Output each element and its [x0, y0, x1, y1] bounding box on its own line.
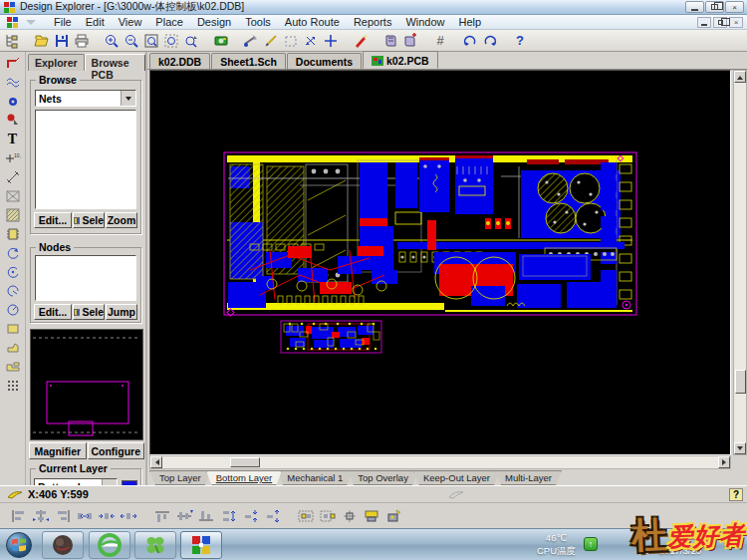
doc-tab-documents[interactable]: Documents [287, 53, 362, 69]
menu-tools[interactable]: Tools [238, 16, 278, 28]
nodes-jump-button[interactable]: Jump [106, 304, 137, 320]
increase-v-spacing-icon[interactable] [261, 507, 283, 525]
zoom-point-icon[interactable] [181, 32, 201, 50]
minimize-button[interactable] [685, 1, 704, 13]
vertical-scrollbar[interactable] [733, 70, 747, 455]
nets-zoom-button[interactable]: Zoom [106, 212, 137, 228]
mdi-minimize-button[interactable] [697, 17, 711, 28]
place-fill-icon[interactable] [4, 320, 22, 337]
undo-icon[interactable] [460, 32, 480, 50]
restore-button[interactable] [705, 1, 724, 13]
add-library-icon[interactable] [400, 32, 420, 50]
menu-window[interactable]: Window [398, 16, 451, 28]
layer-tab-mechanical[interactable]: Mechanical 1 [277, 470, 353, 485]
mdi-restore-button[interactable] [713, 17, 727, 28]
place-circle-icon[interactable] [4, 301, 22, 318]
configure-button[interactable]: Configure [88, 442, 145, 459]
tab-browse-pcb[interactable]: Browse PCB [85, 54, 145, 71]
menu-view[interactable]: View [112, 16, 149, 28]
magnifier-preview[interactable] [30, 329, 143, 440]
move-icon[interactable] [301, 32, 321, 50]
place-pad-icon[interactable] [4, 112, 22, 129]
place-string-icon[interactable]: T [4, 131, 22, 147]
title-bar[interactable]: Design Explorer - [G:\3000w-体控制板\k02.DDB… [0, 0, 747, 15]
menu-auto-route[interactable]: Auto Route [278, 16, 347, 28]
align-bottom-icon[interactable] [195, 507, 217, 525]
layer-tab-top[interactable]: Top Layer [149, 470, 211, 485]
doc-tab-pcb[interactable]: k02.PCB [363, 51, 438, 69]
close-button[interactable]: × [725, 1, 744, 13]
reposition-component-icon[interactable] [382, 507, 404, 525]
place-arc-angle-icon[interactable] [4, 282, 22, 299]
zoom-in-icon[interactable] [102, 32, 122, 50]
layer-tab-keepout[interactable]: Keep-Out Layer [413, 470, 500, 485]
explorer-panel-icon[interactable] [2, 32, 22, 50]
menu-edit[interactable]: Edit [79, 16, 112, 28]
place-room-icon[interactable] [4, 187, 22, 204]
scroll-up-button[interactable] [734, 71, 746, 83]
move-to-grid-icon[interactable] [361, 507, 382, 525]
redo-icon[interactable] [480, 32, 500, 50]
nets-edit-button[interactable]: Edit... [34, 212, 72, 228]
highlight-icon[interactable] [351, 32, 371, 50]
status-help-button[interactable]: ? [729, 488, 743, 501]
dropdown-arrow-icon[interactable] [121, 91, 135, 106]
zoom-window-icon[interactable] [141, 32, 161, 50]
place-array-icon[interactable] [4, 377, 22, 394]
distribute-h-icon[interactable] [74, 507, 96, 525]
taskbar-app-clover[interactable] [134, 531, 176, 559]
taskbar-app-design-explorer[interactable] [180, 531, 222, 559]
place-wire-icon[interactable] [4, 74, 22, 91]
browse-mode-dropdown[interactable]: Nets [35, 90, 136, 107]
nets-list[interactable] [35, 110, 136, 209]
place-arc-edge-icon[interactable] [4, 244, 22, 261]
horizontal-scrollbar[interactable] [149, 455, 731, 469]
menu-file[interactable]: File [47, 16, 79, 28]
place-split-plane-icon[interactable] [4, 358, 22, 375]
tab-explorer[interactable]: Explorer [28, 54, 85, 71]
distribute-v-icon[interactable] [217, 507, 239, 525]
select-area-icon[interactable] [281, 32, 301, 50]
mdi-app-icon[interactable] [6, 16, 19, 29]
nets-select-button[interactable]: Sele [73, 212, 105, 228]
layer-tab-bottom[interactable]: Bottom Layer [206, 470, 283, 485]
scroll-left-button[interactable] [150, 456, 162, 468]
measure-icon[interactable] [241, 32, 261, 50]
place-dimension-icon[interactable] [4, 168, 22, 185]
taskbar-app-browser[interactable] [89, 531, 130, 559]
menu-design[interactable]: Design [190, 16, 238, 28]
mdi-close-button[interactable]: × [729, 17, 743, 28]
tray-shield-icon[interactable]: ↑ [584, 537, 598, 551]
align-center-h-icon[interactable] [30, 507, 52, 525]
align-top-icon[interactable] [151, 507, 173, 525]
menu-help[interactable]: Help [452, 16, 489, 28]
layer-tab-top-overlay[interactable]: Top Overlay [348, 470, 418, 485]
align-right-icon[interactable] [52, 507, 74, 525]
line-icon[interactable] [261, 32, 281, 50]
decrease-v-spacing-icon[interactable] [239, 507, 261, 525]
zoom-document-icon[interactable] [161, 32, 181, 50]
position-component-icon[interactable] [339, 507, 361, 525]
menu-place[interactable]: Place [148, 16, 190, 28]
decrease-h-spacing-icon[interactable] [96, 507, 118, 525]
pcb-canvas[interactable] [149, 70, 731, 455]
doc-tab-ddb[interactable]: k02.DDB [149, 53, 210, 69]
start-button[interactable] [6, 532, 32, 558]
align-left-icon[interactable] [8, 507, 30, 525]
print-icon[interactable] [72, 32, 92, 50]
browse-library-icon[interactable] [380, 32, 400, 50]
snapshot-icon[interactable] [211, 32, 231, 50]
place-polygon-icon[interactable] [4, 339, 22, 356]
zoom-out-icon[interactable] [122, 32, 141, 50]
doc-tab-sch[interactable]: Sheet1.Sch [211, 53, 286, 69]
increase-h-spacing-icon[interactable] [118, 507, 139, 525]
place-coordinate-icon[interactable]: 10,10 [4, 149, 22, 166]
taskbar-app-globe[interactable] [42, 531, 84, 559]
scroll-right-button[interactable] [718, 456, 730, 468]
place-arc-center-icon[interactable] [4, 263, 22, 280]
system-menu-arrow-icon[interactable] [23, 17, 39, 27]
menu-reports[interactable]: Reports [347, 16, 399, 28]
current-layer-dropdown[interactable]: Bottom Laye [34, 478, 118, 485]
nodes-select-button[interactable]: Sele [73, 304, 105, 320]
crosshair-icon[interactable] [321, 32, 341, 50]
